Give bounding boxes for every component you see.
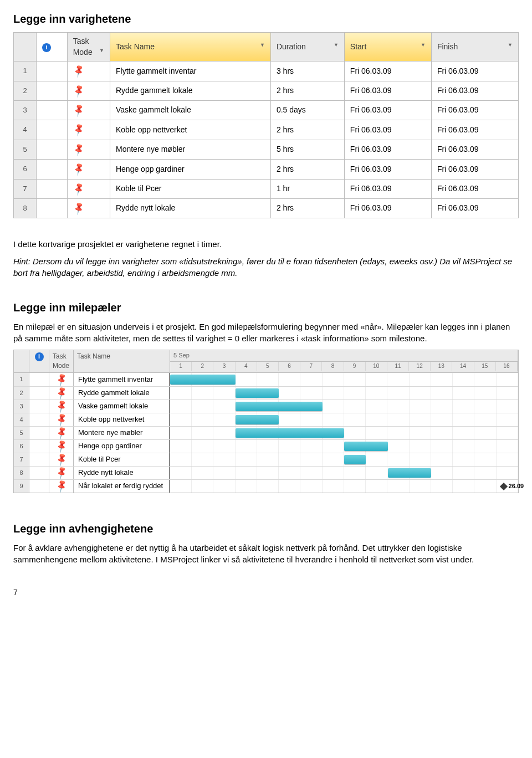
- gantt-bar[interactable]: [236, 415, 279, 424]
- task-mode-cell[interactable]: 📌: [49, 400, 74, 413]
- task-name-cell[interactable]: Koble til Pcer: [74, 453, 170, 466]
- gantt-bar[interactable]: [170, 375, 236, 385]
- task-mode-cell[interactable]: 📌: [49, 413, 74, 426]
- gantt-bar[interactable]: [236, 402, 323, 411]
- start-cell[interactable]: Fri 06.03.09: [344, 160, 431, 179]
- table-row[interactable]: 3📌Vaske gammelt lokale0.5 daysFri 06.03.…: [14, 100, 519, 120]
- finish-cell[interactable]: Fri 06.03.09: [431, 179, 518, 198]
- col-finish[interactable]: Finish▼: [431, 33, 518, 62]
- duration-cell[interactable]: 2 hrs: [270, 160, 344, 179]
- task-mode-cell[interactable]: 📌: [67, 62, 110, 81]
- finish-cell[interactable]: Fri 06.03.09: [431, 62, 518, 81]
- timeline-cell[interactable]: [170, 387, 518, 400]
- gantt-row[interactable]: 2📌Rydde gammelt lokale: [14, 386, 518, 400]
- gantt-bar[interactable]: [388, 468, 432, 478]
- start-cell[interactable]: Fri 06.03.09: [344, 120, 431, 140]
- duration-cell[interactable]: 2 hrs: [270, 120, 344, 140]
- table-row[interactable]: 8📌Rydde nytt lokale2 hrsFri 06.03.09Fri …: [14, 198, 519, 218]
- timeline-cell[interactable]: [170, 413, 518, 426]
- table-row[interactable]: 6📌Henge opp gardiner2 hrsFri 06.03.09Fri…: [14, 160, 519, 179]
- timeline-cell[interactable]: [170, 440, 518, 453]
- task-mode-cell[interactable]: 📌: [49, 453, 74, 466]
- gantt-row[interactable]: 7📌Koble til Pcer: [14, 453, 518, 466]
- gantt-bar[interactable]: [236, 428, 344, 438]
- gantt-row[interactable]: 6📌Henge opp gardiner: [14, 439, 518, 453]
- task-name-cell[interactable]: Rydde gammelt lokale: [74, 387, 170, 400]
- gantt-row[interactable]: 1📌Flytte gammelt inventar: [14, 373, 518, 386]
- task-mode-cell[interactable]: 📌: [67, 100, 110, 120]
- timeline-cell[interactable]: [170, 453, 518, 466]
- col-task-name[interactable]: Task Name▼: [110, 33, 270, 62]
- table-row[interactable]: 4📌Koble opp nettverket2 hrsFri 06.03.09F…: [14, 120, 519, 140]
- duration-cell[interactable]: 2 hrs: [270, 198, 344, 218]
- timeline-cell[interactable]: [170, 467, 518, 479]
- duration-cell[interactable]: 2 hrs: [270, 81, 344, 100]
- start-cell[interactable]: Fri 06.03.09: [344, 179, 431, 198]
- task-mode-cell[interactable]: 📌: [67, 81, 110, 100]
- task-mode-cell[interactable]: 📌: [49, 440, 74, 453]
- task-name-cell[interactable]: Montere nye møbler: [74, 427, 170, 439]
- duration-cell[interactable]: 1 hr: [270, 179, 344, 198]
- finish-cell[interactable]: Fri 06.03.09: [431, 140, 518, 159]
- task-name-cell[interactable]: Rydde nytt lokale: [74, 467, 170, 479]
- gantt-row[interactable]: 4📌Koble opp nettverket: [14, 413, 518, 426]
- task-mode-cell[interactable]: 📌: [49, 373, 74, 386]
- gantt-col-name[interactable]: Task Name: [74, 350, 170, 372]
- timeline-cell[interactable]: 26.09: [170, 480, 518, 493]
- col-duration[interactable]: Duration▼: [270, 33, 344, 62]
- finish-cell[interactable]: Fri 06.03.09: [431, 81, 518, 100]
- start-cell[interactable]: Fri 06.03.09: [344, 81, 431, 100]
- task-name-cell[interactable]: Rydde gammelt lokale: [110, 81, 270, 100]
- task-name-cell[interactable]: Henge opp gardiner: [110, 160, 270, 179]
- col-start[interactable]: Start▼: [344, 33, 431, 62]
- gantt-bar[interactable]: [344, 442, 388, 451]
- col-indicator[interactable]: i: [37, 33, 68, 62]
- task-name-cell[interactable]: Koble til Pcer: [110, 179, 270, 198]
- gantt-row[interactable]: 3📌Vaske gammelt lokale: [14, 400, 518, 413]
- task-name-cell[interactable]: Vaske gammelt lokale: [74, 400, 170, 413]
- task-name-cell[interactable]: Flytte gammelt inventar: [110, 62, 270, 81]
- task-mode-cell[interactable]: 📌: [49, 427, 74, 439]
- task-mode-cell[interactable]: 📌: [67, 120, 110, 140]
- start-cell[interactable]: Fri 06.03.09: [344, 62, 431, 81]
- task-name-cell[interactable]: Når lokalet er ferdig ryddet: [74, 480, 170, 493]
- gantt-col-indicator[interactable]: i: [29, 350, 49, 372]
- finish-cell[interactable]: Fri 06.03.09: [431, 198, 518, 218]
- gantt-row[interactable]: 8📌Rydde nytt lokale: [14, 466, 518, 479]
- timeline-cell[interactable]: [170, 427, 518, 439]
- start-cell[interactable]: Fri 06.03.09: [344, 140, 431, 159]
- duration-cell[interactable]: 3 hrs: [270, 62, 344, 81]
- task-name-cell[interactable]: Rydde nytt lokale: [110, 198, 270, 218]
- timeline-cell[interactable]: [170, 373, 518, 386]
- timeline-cell[interactable]: [170, 400, 518, 413]
- finish-cell[interactable]: Fri 06.03.09: [431, 100, 518, 120]
- finish-cell[interactable]: Fri 06.03.09: [431, 120, 518, 140]
- task-mode-cell[interactable]: 📌: [67, 160, 110, 179]
- task-mode-cell[interactable]: 📌: [49, 467, 74, 479]
- milestone-icon[interactable]: [500, 483, 508, 490]
- task-mode-cell[interactable]: 📌: [67, 140, 110, 159]
- task-mode-cell[interactable]: 📌: [49, 480, 74, 493]
- col-task-mode[interactable]: Task Mode▼: [67, 33, 110, 62]
- start-cell[interactable]: Fri 06.03.09: [344, 100, 431, 120]
- gantt-col-mode[interactable]: Task Mode: [49, 350, 74, 372]
- task-name-cell[interactable]: Montere nye møbler: [110, 140, 270, 159]
- table-row[interactable]: 7📌Koble til Pcer1 hrFri 06.03.09Fri 06.0…: [14, 179, 519, 198]
- finish-cell[interactable]: Fri 06.03.09: [431, 160, 518, 179]
- duration-cell[interactable]: 0.5 days: [270, 100, 344, 120]
- duration-cell[interactable]: 5 hrs: [270, 140, 344, 159]
- table-row[interactable]: 2📌Rydde gammelt lokale2 hrsFri 06.03.09F…: [14, 81, 519, 100]
- start-cell[interactable]: Fri 06.03.09: [344, 198, 431, 218]
- task-name-cell[interactable]: Koble opp nettverket: [74, 413, 170, 426]
- task-name-cell[interactable]: Flytte gammelt inventar: [74, 373, 170, 386]
- gantt-row[interactable]: 9📌Når lokalet er ferdig ryddet26.09: [14, 479, 518, 493]
- task-name-cell[interactable]: Koble opp nettverket: [110, 120, 270, 140]
- task-name-cell[interactable]: Henge opp gardiner: [74, 440, 170, 453]
- task-mode-cell[interactable]: 📌: [67, 198, 110, 218]
- table-row[interactable]: 1📌Flytte gammelt inventar3 hrsFri 06.03.…: [14, 62, 519, 81]
- table-row[interactable]: 5📌Montere nye møbler5 hrsFri 06.03.09Fri…: [14, 140, 519, 159]
- gantt-bar[interactable]: [344, 455, 366, 464]
- gantt-row[interactable]: 5📌Montere nye møbler: [14, 426, 518, 439]
- task-mode-cell[interactable]: 📌: [67, 179, 110, 198]
- task-mode-cell[interactable]: 📌: [49, 387, 74, 400]
